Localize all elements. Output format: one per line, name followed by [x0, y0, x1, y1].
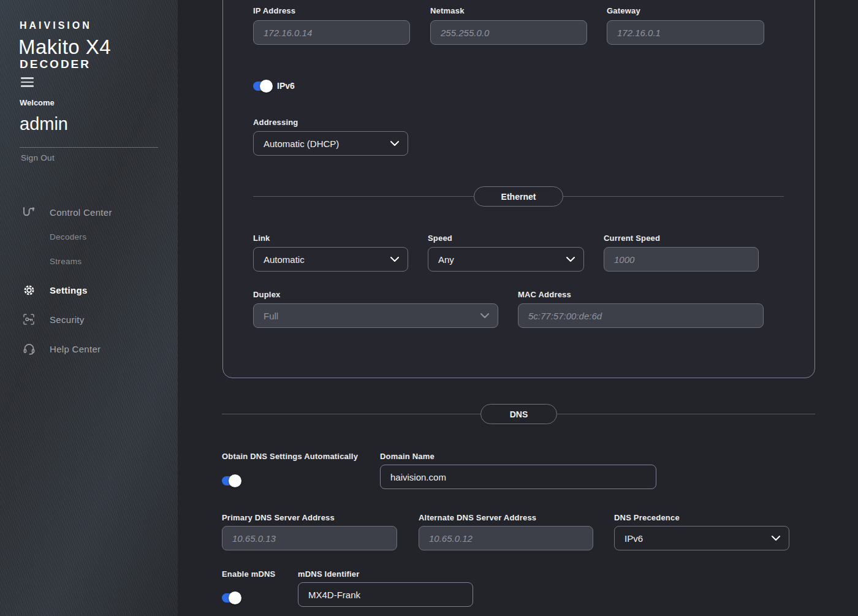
- primary-dns-input[interactable]: [222, 526, 397, 550]
- toggle-knob: [229, 591, 241, 604]
- dns-section-pill: DNS: [480, 404, 557, 424]
- sidebar: HAIVISION Makito X4 DECODER Welcome admi…: [0, 0, 178, 616]
- current-speed-label: Current Speed: [604, 234, 660, 243]
- dns-precedence-select-value: IPv6: [625, 533, 643, 544]
- username: admin: [20, 114, 68, 134]
- mac-address-label: MAC Address: [518, 290, 571, 299]
- dns-precedence-label: DNS Precedence: [614, 513, 680, 522]
- chevron-down-icon: [390, 257, 399, 262]
- product-name: Makito X4: [18, 36, 111, 59]
- netmask-input[interactable]: [430, 20, 587, 45]
- addressing-label: Addressing: [253, 118, 298, 127]
- product-subtitle: DECODER: [20, 58, 91, 71]
- chevron-down-icon: [480, 313, 489, 318]
- link-select-value: Automatic: [264, 254, 305, 265]
- chevron-down-icon: [390, 141, 399, 146]
- ethernet-section-label: Ethernet: [501, 192, 536, 202]
- mdns-identifier-label: mDNS Identifier: [298, 569, 360, 579]
- dns-section-label: DNS: [510, 409, 528, 419]
- dns-precedence-select[interactable]: IPv6: [614, 526, 789, 550]
- domain-name-input[interactable]: [380, 465, 656, 489]
- sidebar-divider: [20, 147, 158, 148]
- domain-name-label: Domain Name: [380, 452, 435, 461]
- mdns-identifier-input[interactable]: [298, 582, 473, 607]
- sidebar-item-settings[interactable]: Settings: [0, 282, 178, 298]
- link-select[interactable]: Automatic: [253, 247, 408, 272]
- sidebar-item-label: Help Center: [50, 344, 101, 354]
- haivision-logo: HAIVISION: [20, 20, 92, 31]
- duplex-select-value: Full: [264, 311, 278, 321]
- enable-mdns-toggle[interactable]: [222, 593, 240, 603]
- primary-dns-label: Primary DNS Server Address: [222, 513, 335, 522]
- current-speed-input[interactable]: [604, 247, 759, 272]
- sidebar-item-label: Settings: [50, 285, 88, 295]
- headset-icon: [22, 342, 36, 356]
- toggle-knob: [260, 80, 273, 93]
- sidebar-item-label: Control Center: [50, 207, 112, 218]
- sidebar-item-security[interactable]: Security: [0, 311, 178, 327]
- gear-icon: [22, 283, 36, 297]
- sidebar-item-label: Streams: [50, 257, 82, 266]
- sidebar-item-decoders[interactable]: Decoders: [0, 229, 178, 245]
- speed-select-value: Any: [438, 254, 454, 265]
- enable-mdns-label: Enable mDNS: [222, 569, 275, 579]
- speed-label: Speed: [428, 234, 452, 243]
- obtain-dns-toggle[interactable]: [222, 476, 240, 485]
- sidebar-item-label: Decoders: [50, 232, 86, 241]
- addressing-select[interactable]: Automatic (DHCP): [253, 131, 408, 156]
- chevron-down-icon: [772, 536, 780, 541]
- mac-address-input[interactable]: [518, 303, 764, 328]
- link-label: Link: [253, 234, 270, 243]
- netmask-label: Netmask: [430, 6, 465, 15]
- alternate-dns-label: Alternate DNS Server Address: [419, 513, 536, 522]
- obtain-dns-label: Obtain DNS Settings Automatically: [222, 452, 358, 461]
- alternate-dns-input[interactable]: [419, 526, 593, 550]
- ethernet-section-pill: Ethernet: [474, 186, 563, 207]
- welcome-label: Welcome: [20, 98, 55, 107]
- duplex-select[interactable]: Full: [253, 303, 498, 328]
- page: HAIVISION Makito X4 DECODER Welcome admi…: [0, 0, 858, 616]
- sign-out-link[interactable]: Sign Out: [21, 153, 55, 162]
- sidebar-item-control-center[interactable]: Control Center: [0, 204, 178, 220]
- route-icon: [22, 205, 36, 219]
- ipv6-label: IPv6: [277, 81, 295, 91]
- toggle-knob: [229, 474, 241, 487]
- duplex-label: Duplex: [253, 290, 281, 299]
- gateway-label: Gateway: [607, 6, 640, 15]
- menu-icon[interactable]: [21, 77, 34, 87]
- gateway-input[interactable]: [607, 20, 764, 45]
- sidebar-item-label: Security: [50, 314, 85, 325]
- sidebar-item-help-center[interactable]: Help Center: [0, 341, 178, 357]
- ipv6-toggle[interactable]: [253, 82, 271, 91]
- ip-address-input[interactable]: [253, 20, 410, 45]
- key-icon: [22, 313, 36, 326]
- sidebar-item-streams[interactable]: Streams: [0, 253, 178, 269]
- chevron-down-icon: [566, 257, 575, 262]
- speed-select[interactable]: Any: [428, 247, 584, 272]
- addressing-select-value: Automatic (DHCP): [264, 139, 339, 149]
- ip-address-label: IP Address: [253, 6, 295, 15]
